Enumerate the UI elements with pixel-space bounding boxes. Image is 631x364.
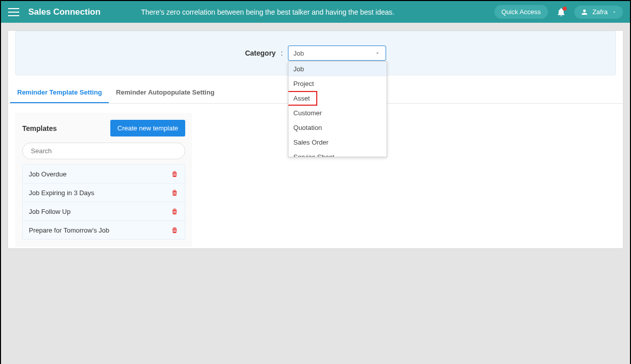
category-select[interactable]: Job (288, 46, 386, 61)
chevron-down-icon (374, 50, 381, 56)
category-option-customer[interactable]: Customer (288, 106, 387, 120)
templates-header: Templates Create new template (22, 120, 185, 136)
category-option-service-sheet[interactable]: Service Sheet (288, 150, 387, 157)
topbar: Sales Connection There's zero correlatio… (1, 1, 630, 23)
trash-icon[interactable] (171, 189, 179, 197)
template-row-label: Prepare for Tomorrow's Job (29, 226, 109, 234)
page-body: Category : Job JobProjectAsset3CustomerQ… (1, 31, 630, 364)
category-colon: : (281, 49, 283, 57)
template-search-input[interactable] (22, 143, 185, 159)
templates-panel: Templates Create new template Job Overdu… (15, 113, 192, 247)
main-card: Category : Job JobProjectAsset3CustomerQ… (8, 31, 623, 248)
category-option-asset[interactable]: Asset3 (288, 91, 387, 106)
template-row[interactable]: Job Overdue (23, 165, 185, 184)
trash-icon[interactable] (171, 226, 179, 234)
create-template-button[interactable]: Create new template (110, 120, 185, 136)
category-label: Category (245, 49, 276, 57)
tab-reminder-template-setting[interactable]: Reminder Template Setting (10, 82, 109, 103)
category-option-sales-order[interactable]: Sales Order (288, 135, 387, 150)
template-row-label: Job Expiring in 3 Days (29, 189, 94, 197)
user-name: Zafra (593, 8, 608, 16)
hamburger-menu-icon[interactable] (8, 7, 19, 18)
tab-reminder-autopopulate-setting[interactable]: Reminder Autopopulate Setting (109, 82, 222, 103)
notifications-bell-icon[interactable] (556, 7, 566, 17)
template-row-label: Job Overdue (29, 170, 66, 178)
quick-access-button[interactable]: Quick Access (494, 5, 548, 19)
user-menu[interactable]: Zafra (574, 6, 623, 19)
templates-list: Job OverdueJob Expiring in 3 DaysJob Fol… (22, 164, 185, 240)
user-avatar-icon (580, 8, 588, 16)
header-tagline: There's zero correlation between being t… (141, 8, 494, 16)
category-option-project[interactable]: Project (288, 76, 387, 91)
annotation-highlight-border (288, 91, 317, 106)
trash-icon[interactable] (171, 170, 179, 178)
brand-title: Sales Connection (28, 7, 101, 17)
template-row[interactable]: Prepare for Tomorrow's Job (23, 221, 185, 240)
category-dropdown: JobProjectAsset3CustomerQuotationSales O… (288, 61, 387, 157)
category-option-job[interactable]: Job (288, 62, 387, 76)
category-dropdown-list[interactable]: JobProjectAsset3CustomerQuotationSales O… (288, 62, 387, 157)
category-selected-value: Job (293, 50, 304, 57)
category-select-wrap: Job JobProjectAsset3CustomerQuotationSal… (288, 46, 386, 61)
app-frame: Sales Connection There's zero correlatio… (0, 0, 631, 364)
templates-title: Templates (22, 124, 57, 132)
template-row[interactable]: Job Follow Up (23, 202, 185, 221)
category-selector-bar: Category : Job JobProjectAsset3CustomerQ… (15, 31, 616, 75)
trash-icon[interactable] (171, 207, 179, 215)
chevron-down-icon (612, 10, 617, 15)
template-row-label: Job Follow Up (29, 208, 70, 215)
template-row[interactable]: Job Expiring in 3 Days (23, 184, 185, 202)
category-option-quotation[interactable]: Quotation (288, 120, 387, 135)
notification-dot-icon (563, 7, 567, 11)
